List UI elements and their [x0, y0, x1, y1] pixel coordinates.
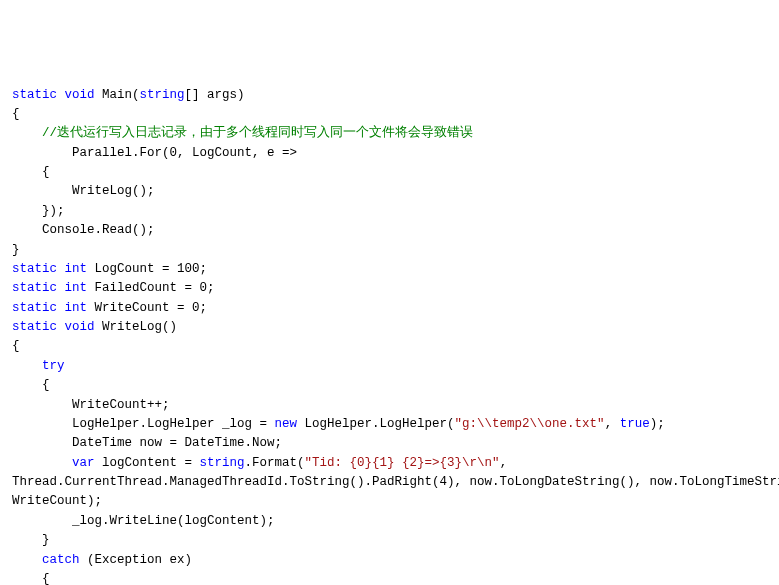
keyword-static: static	[12, 88, 57, 102]
keyword-true: true	[620, 417, 650, 431]
code-line: {	[12, 105, 767, 124]
keyword-void: void	[65, 320, 95, 334]
keyword-string: string	[140, 88, 185, 102]
code-line: DateTime now = DateTime.Now;	[12, 434, 767, 453]
text: Main(	[95, 88, 140, 102]
text: [] args)	[185, 88, 245, 102]
keyword-static: static	[12, 262, 57, 276]
code-line: Thread.CurrentThread.ManagedThreadId.ToS…	[12, 473, 767, 492]
code-line: WriteCount++;	[12, 396, 767, 415]
code-line: var logContent = string.Format("Tid: {0}…	[12, 454, 767, 473]
text: ,	[605, 417, 620, 431]
text: WriteCount = 0;	[87, 301, 207, 315]
code-line: try	[12, 357, 767, 376]
code-editor: static void Main(string[] args){ //迭代运行写…	[12, 86, 767, 586]
string-literal: "Tid: {0}{1} {2}=>{3}\r\n"	[305, 456, 500, 470]
code-line: LogHelper.LogHelper _log = new LogHelper…	[12, 415, 767, 434]
text: WriteLog()	[95, 320, 178, 334]
keyword-var: var	[72, 456, 95, 470]
keyword-string: string	[200, 456, 245, 470]
text	[12, 553, 42, 567]
keyword-int: int	[65, 262, 88, 276]
code-line: _log.WriteLine(logContent);	[12, 512, 767, 531]
code-line: static int LogCount = 100;	[12, 260, 767, 279]
code-line: static int WriteCount = 0;	[12, 299, 767, 318]
keyword-void: void	[65, 88, 95, 102]
code-line: static int FailedCount = 0;	[12, 279, 767, 298]
code-line: });	[12, 202, 767, 221]
code-line: {	[12, 163, 767, 182]
text: LogHelper.LogHelper _log =	[12, 417, 275, 431]
keyword-catch: catch	[42, 553, 80, 567]
code-line: catch (Exception ex)	[12, 551, 767, 570]
text: LogCount = 100;	[87, 262, 207, 276]
code-line: {	[12, 337, 767, 356]
text: .Format(	[245, 456, 305, 470]
text	[12, 456, 72, 470]
text: );	[650, 417, 665, 431]
text: FailedCount = 0;	[87, 281, 215, 295]
keyword-static: static	[12, 320, 57, 334]
keyword-int: int	[65, 281, 88, 295]
code-line: Parallel.For(0, LogCount, e =>	[12, 144, 767, 163]
keyword-static: static	[12, 281, 57, 295]
keyword-static: static	[12, 301, 57, 315]
code-line: WriteCount);	[12, 492, 767, 511]
code-line: WriteLog();	[12, 182, 767, 201]
code-line: }	[12, 241, 767, 260]
text: LogHelper.LogHelper(	[297, 417, 455, 431]
keyword-try: try	[12, 359, 65, 373]
code-line: static void WriteLog()	[12, 318, 767, 337]
code-line: }	[12, 531, 767, 550]
string-literal: "g:\\temp2\\one.txt"	[455, 417, 605, 431]
comment-line: //迭代运行写入日志记录，由于多个线程同时写入同一个文件将会导致错误	[12, 124, 767, 143]
code-line: {	[12, 376, 767, 395]
keyword-new: new	[275, 417, 298, 431]
code-line: {	[12, 570, 767, 585]
text: ,	[500, 456, 508, 470]
text: (Exception ex)	[80, 553, 193, 567]
code-line: static void Main(string[] args)	[12, 86, 767, 105]
code-line: Console.Read();	[12, 221, 767, 240]
keyword-int: int	[65, 301, 88, 315]
text: logContent =	[95, 456, 200, 470]
